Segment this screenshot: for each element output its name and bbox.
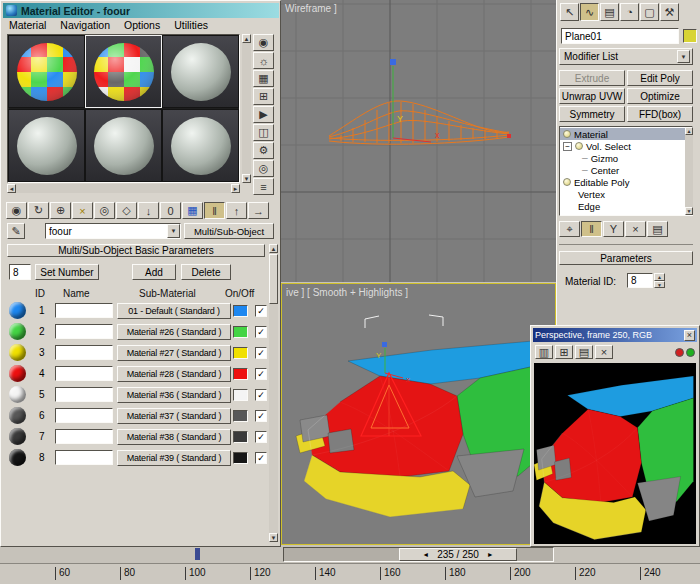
timeline-key[interactable]	[195, 548, 200, 560]
remove-modifier-icon[interactable]: ×	[625, 221, 646, 237]
select-by-material-icon[interactable]: ◎	[253, 160, 274, 177]
material-color-swatch[interactable]	[233, 347, 248, 359]
material-onoff-checkbox[interactable]: ✓	[255, 452, 267, 464]
close-icon[interactable]: ×	[684, 330, 695, 341]
assign-material-to-selection-icon[interactable]: ⊕	[50, 202, 71, 219]
sample-slot-5[interactable]	[85, 109, 162, 182]
menu-material[interactable]: Material	[9, 19, 46, 31]
show-end-result-icon[interactable]: ‖	[204, 202, 225, 219]
sub-material-button[interactable]: Material #38 ( Standard )	[117, 429, 231, 445]
material-id-field[interactable]: 8	[627, 273, 653, 288]
tab-create[interactable]: ↖	[560, 3, 579, 21]
modifier-button-extrude[interactable]: Extrude	[559, 70, 625, 86]
time-slider-track[interactable]: ◄ 235 / 250 ►	[283, 547, 554, 562]
print-image-icon[interactable]: ▤	[575, 345, 593, 359]
sub-material-button[interactable]: Material #27 ( Standard )	[117, 345, 231, 361]
material-name-input[interactable]	[55, 387, 113, 402]
parameters-rollout-header[interactable]: Parameters	[559, 251, 693, 265]
material-sphere-swatch[interactable]	[9, 407, 26, 424]
material-sphere-swatch[interactable]	[9, 344, 26, 361]
put-material-to-scene-icon[interactable]: ↻	[28, 202, 49, 219]
sub-material-button[interactable]: Material #26 ( Standard )	[117, 324, 231, 340]
modifier-list-dropdown[interactable]: Modifier List ▼	[559, 48, 693, 65]
rollout-scrollbar[interactable]: ▲ ▼	[269, 244, 278, 542]
viewport-perspective[interactable]: x Y ive ] [ Smooth + Highlights ]	[281, 283, 556, 545]
material-name-input[interactable]	[55, 408, 113, 423]
stack-item-material[interactable]: Material	[560, 128, 692, 140]
material-name-input[interactable]	[55, 366, 113, 381]
material-name-input[interactable]	[55, 324, 113, 339]
scroll-down-icon[interactable]: ▼	[269, 533, 278, 542]
material-sphere-swatch[interactable]	[9, 302, 26, 319]
sample-slot-6[interactable]	[162, 109, 239, 182]
viewport-label[interactable]: ive ] [ Smooth + Highlights ]	[286, 287, 408, 298]
bulb-icon[interactable]	[575, 142, 583, 150]
stack-scrollbar[interactable]: ▲ ▼	[685, 127, 693, 215]
object-color-swatch[interactable]	[683, 29, 697, 43]
show-end-result-icon[interactable]: ‖	[581, 221, 602, 237]
tab-display[interactable]: ▢	[640, 3, 659, 21]
delete-button[interactable]: Delete	[181, 264, 231, 280]
material-color-swatch[interactable]	[233, 452, 248, 464]
menu-options[interactable]: Options	[124, 19, 160, 31]
show-map-in-viewport-icon[interactable]: ▦	[182, 202, 203, 219]
next-frame-icon[interactable]: ►	[487, 551, 494, 558]
make-material-copy-icon[interactable]: ◎	[94, 202, 115, 219]
material-onoff-checkbox[interactable]: ✓	[255, 431, 267, 443]
tab-modify[interactable]: ∿	[580, 3, 599, 21]
set-number-button[interactable]: Set Number	[35, 264, 99, 280]
scroll-up-icon[interactable]: ▲	[242, 34, 251, 43]
material-color-swatch[interactable]	[233, 410, 248, 422]
track-bar[interactable]: 60 80 100 120 140 160 180 200 220 240	[0, 563, 700, 584]
bulb-icon[interactable]	[563, 130, 571, 138]
material-sphere-swatch[interactable]	[9, 323, 26, 340]
modifier-button-ffd-box[interactable]: FFD(box)	[627, 106, 693, 122]
slots-vertical-scrollbar[interactable]: ▲ ▼	[242, 34, 251, 183]
sub-material-button[interactable]: Material #39 ( Standard )	[117, 450, 231, 466]
make-preview-icon[interactable]: ◫	[253, 124, 274, 141]
sample-slot-3[interactable]	[162, 35, 239, 108]
material-onoff-checkbox[interactable]: ✓	[255, 326, 267, 338]
tab-motion[interactable]: ◔	[620, 3, 639, 21]
modifier-button-symmetry[interactable]: Symmetry	[559, 106, 625, 122]
slots-horizontal-scrollbar[interactable]: ◄ ►	[7, 184, 240, 193]
material-color-swatch[interactable]	[233, 326, 248, 338]
make-unique-icon[interactable]: Y	[603, 221, 624, 237]
configure-modifier-sets-icon[interactable]: ▤	[647, 221, 668, 237]
put-to-library-icon[interactable]: ↓	[138, 202, 159, 219]
modifier-button-edit-poly[interactable]: Edit Poly	[627, 70, 693, 86]
material-sphere-swatch[interactable]	[9, 365, 26, 382]
scroll-down-icon[interactable]: ▼	[685, 207, 693, 215]
scroll-down-icon[interactable]: ▼	[242, 174, 251, 183]
collapse-icon[interactable]: −	[563, 142, 572, 151]
background-icon[interactable]: ▦	[253, 70, 274, 87]
stack-item-vertex[interactable]: Vertex	[560, 188, 692, 200]
dropdown-arrow-icon[interactable]: ▼	[677, 50, 690, 63]
material-name-dropdown[interactable]: foour ▼	[45, 223, 181, 239]
render-window-titlebar[interactable]: Perspective, frame 250, RGB ×	[533, 328, 697, 342]
add-button[interactable]: Add	[132, 264, 176, 280]
options-icon[interactable]: ⚙	[253, 142, 274, 159]
material-name-input[interactable]	[55, 450, 113, 465]
rollout-header[interactable]: Multi/Sub-Object Basic Parameters	[7, 244, 265, 257]
sub-material-button[interactable]: Material #28 ( Standard )	[117, 366, 231, 382]
clone-window-icon[interactable]: ⊞	[555, 345, 573, 359]
scroll-up-icon[interactable]: ▲	[269, 244, 278, 253]
sub-material-button[interactable]: Material #36 ( Standard )	[117, 387, 231, 403]
tab-utilities[interactable]: ⚒	[660, 3, 679, 21]
sample-slot-2-active[interactable]	[85, 35, 162, 108]
material-onoff-checkbox[interactable]: ✓	[255, 368, 267, 380]
viewport-label[interactable]: Wireframe ]	[285, 3, 337, 14]
sample-slot-1[interactable]	[8, 35, 85, 108]
scroll-left-icon[interactable]: ◄	[7, 184, 16, 193]
scrollbar-thumb[interactable]	[269, 254, 278, 304]
material-onoff-checkbox[interactable]: ✓	[255, 347, 267, 359]
material-onoff-checkbox[interactable]: ✓	[255, 389, 267, 401]
stack-item-edge[interactable]: Edge	[560, 200, 692, 212]
spinner-up-icon[interactable]: ▲	[654, 273, 665, 281]
material-name-input[interactable]	[55, 303, 113, 318]
stack-item-editable-poly[interactable]: Editable Poly	[560, 176, 692, 188]
material-color-swatch[interactable]	[233, 389, 248, 401]
material-name-input[interactable]	[55, 429, 113, 444]
viewport-wireframe[interactable]: x Y Wireframe ]	[281, 0, 556, 282]
